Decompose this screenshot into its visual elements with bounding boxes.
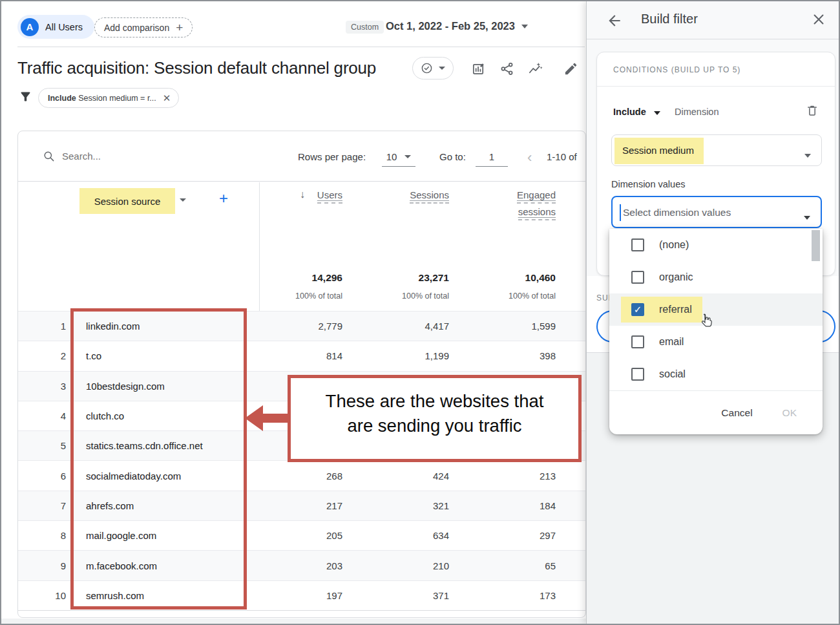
- close-button[interactable]: [812, 12, 826, 29]
- table-row[interactable]: 9m.facebook.com20321065: [18, 550, 586, 580]
- pencil-icon: [563, 61, 578, 76]
- panel-header-divider: [587, 39, 840, 39]
- row-number: 7: [18, 500, 71, 511]
- dimension-values-input[interactable]: Select dimension values: [611, 196, 822, 228]
- edit-icon-button[interactable]: [562, 60, 579, 77]
- option-inner: social: [621, 361, 696, 387]
- audience-chip[interactable]: A All Users: [17, 15, 94, 39]
- add-comparison-button[interactable]: Add comparison +: [94, 17, 193, 37]
- option-row-organic[interactable]: organic: [609, 261, 823, 293]
- conditions-divider: [597, 86, 835, 87]
- ok-button[interactable]: OK: [782, 407, 797, 419]
- dimension-select[interactable]: Session medium: [611, 134, 822, 166]
- engaged-sessions-cell: 213: [449, 471, 556, 482]
- session-source-cell: statics.teams.cdn.office.net: [71, 440, 259, 451]
- dimension-select-value: Session medium: [622, 145, 694, 156]
- column-header-session-source[interactable]: Session source: [79, 188, 175, 214]
- back-button[interactable]: [606, 12, 623, 32]
- option-inner: email: [621, 329, 694, 355]
- dimension-values-dropdown: (none)organicreferralemailsocial Cancel …: [609, 229, 823, 434]
- caret-down-icon: [521, 25, 528, 28]
- share-icon: [499, 61, 514, 76]
- option-row-referral[interactable]: referral: [609, 293, 823, 326]
- sessions-cell: 371: [342, 590, 449, 601]
- option-checkbox[interactable]: [631, 303, 644, 316]
- total-engaged-sessions: 10,460: [426, 272, 556, 284]
- caret-down-icon: [404, 155, 411, 158]
- insights-icon-button[interactable]: [527, 60, 543, 77]
- table-row[interactable]: 6socialmediatoday.com268424213: [18, 460, 586, 490]
- sessions-cell: 210: [342, 560, 449, 571]
- text-cursor: [620, 204, 621, 221]
- dimension-label: Dimension: [675, 107, 719, 117]
- row-number: 10: [18, 590, 71, 601]
- page-title: Traffic acquisition: Session default cha…: [17, 58, 376, 78]
- engaged-sessions-cell: 65: [449, 560, 556, 571]
- hand-cursor-icon: [698, 313, 715, 330]
- session-source-cell: mail.google.com: [71, 530, 259, 541]
- search-input[interactable]: Search...: [62, 151, 101, 162]
- table-row[interactable]: 8mail.google.com205634297: [18, 520, 586, 550]
- option-row-none[interactable]: (none): [609, 229, 823, 261]
- total-engaged-caption: 100% of total: [426, 291, 556, 301]
- option-row-social[interactable]: social: [609, 358, 823, 390]
- dropdown-options: (none)organicreferralemailsocial: [609, 229, 823, 390]
- option-label: social: [659, 368, 686, 380]
- users-cell: 217: [259, 500, 342, 511]
- search-icon: [43, 150, 55, 162]
- date-range-picker[interactable]: Oct 1, 2022 - Feb 25, 2023: [386, 20, 528, 32]
- rows-per-page-label: Rows per page:: [298, 151, 366, 162]
- row-number: 6: [18, 471, 71, 482]
- pagination-range: 1-10 of: [547, 151, 577, 162]
- delete-condition-button[interactable]: [806, 104, 819, 120]
- session-source-cell: clutch.co: [71, 410, 259, 421]
- option-checkbox[interactable]: [631, 238, 644, 251]
- sessions-cell: 321: [342, 500, 449, 511]
- add-comparison-label: Add comparison: [104, 23, 169, 33]
- annotation-callout: These are the websites that are sending …: [288, 375, 582, 462]
- session-source-cell: socialmediatoday.com: [71, 471, 259, 482]
- row-number: 4: [18, 410, 71, 421]
- goto-label: Go to:: [439, 151, 466, 162]
- row-number: 8: [18, 530, 71, 541]
- table-row[interactable]: 2t.co8141,199398: [18, 341, 586, 370]
- goto-input[interactable]: 1: [476, 151, 508, 167]
- session-source-cell: ahrefs.com: [71, 500, 259, 511]
- topbar-divider: [17, 47, 585, 47]
- table-toolbar: Search... Rows per page: 10 Go to: 1 ‹ 1…: [18, 131, 585, 182]
- share-icon-button[interactable]: [498, 60, 515, 77]
- rows-per-page-select[interactable]: 10: [382, 151, 415, 167]
- option-checkbox[interactable]: [631, 335, 644, 348]
- audience-chip-label: All Users: [45, 22, 83, 32]
- option-label: referral: [659, 304, 692, 315]
- scrollbar-thumb[interactable]: [812, 230, 820, 261]
- column-header-word: Engaged: [517, 189, 556, 204]
- option-checkbox[interactable]: [631, 368, 644, 381]
- annotation-text-line1: These are the websites that: [291, 389, 578, 414]
- caret-down-icon: [804, 216, 810, 220]
- cancel-button[interactable]: Cancel: [721, 407, 752, 419]
- include-select[interactable]: Include: [613, 107, 646, 117]
- filter-chip[interactable]: Include Session medium = r... ✕: [38, 88, 179, 108]
- row-number: 3: [18, 381, 71, 392]
- column-header-engaged-sessions[interactable]: Engagedsessions: [426, 189, 556, 223]
- filter-funnel-icon: [19, 90, 32, 106]
- customize-report-icon-button[interactable]: [470, 60, 487, 77]
- prev-page-icon[interactable]: ‹: [527, 149, 532, 166]
- data-quality-pill[interactable]: [412, 57, 454, 79]
- option-checkbox[interactable]: [631, 271, 644, 284]
- option-row-email[interactable]: email: [609, 326, 823, 358]
- table-row[interactable]: 7ahrefs.com217321184: [18, 491, 586, 520]
- users-cell: 203: [259, 560, 342, 571]
- engaged-sessions-cell: 297: [449, 530, 556, 541]
- filter-chip-close-icon[interactable]: ✕: [163, 92, 171, 104]
- session-source-cell: t.co: [71, 350, 259, 361]
- annotation-arrow-head: [245, 405, 263, 431]
- table-row[interactable]: 1linkedin.com2,7794,4171,599: [18, 311, 586, 341]
- column-caret-icon[interactable]: [180, 198, 186, 202]
- option-inner: (none): [621, 232, 699, 258]
- annotation-arrow: [262, 414, 289, 423]
- option-inner: organic: [621, 264, 703, 290]
- table-row[interactable]: 10semrush.com197371173: [18, 580, 586, 610]
- panel-title: Build filter: [641, 12, 698, 26]
